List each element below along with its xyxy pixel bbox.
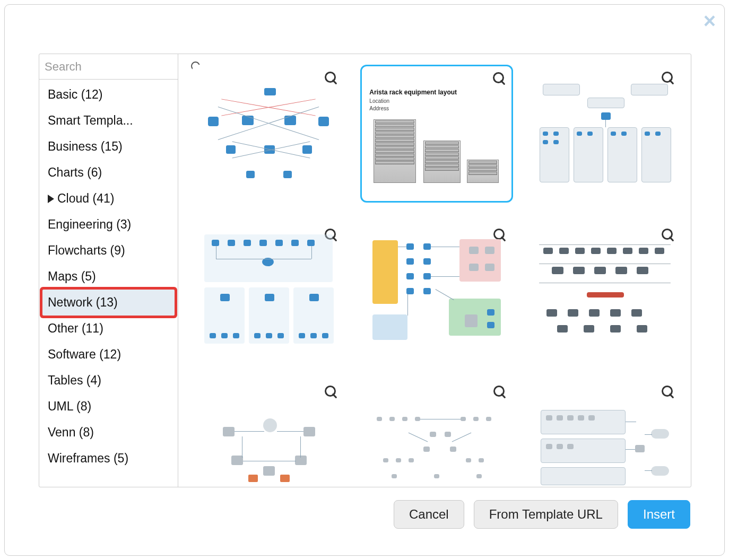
template-subtitle: Location [369,98,389,104]
dialog-footer: Cancel From Template URL Insert [394,500,690,529]
sidebar: Basic (12) Smart Templa... Business (15)… [39,54,178,487]
sidebar-item-basic[interactable]: Basic (12) [42,82,175,108]
sidebar-item-venn[interactable]: Venn (8) [42,419,175,445]
template-thumb [361,223,511,358]
sidebar-item-flowcharts[interactable]: Flowcharts (9) [42,238,175,264]
template-thumb [530,66,680,202]
dialog-body: Basic (12) Smart Templa... Business (15)… [39,54,691,487]
rack-graphic [374,119,416,183]
rack-graphic [423,141,461,183]
template-thumb [361,380,511,487]
sidebar-item-maps[interactable]: Maps (5) [42,264,175,290]
sidebar-item-tables[interactable]: Tables (4) [42,368,175,393]
template-card[interactable] [192,379,344,487]
from-template-url-button[interactable]: From Template URL [474,500,618,529]
sidebar-item-charts[interactable]: Charts (6) [42,160,175,186]
template-thumb [193,66,343,202]
expand-icon [48,195,54,203]
zoom-icon[interactable] [492,72,506,85]
template-thumb [193,380,343,487]
cancel-button[interactable]: Cancel [394,500,464,529]
rack-graphic [467,160,499,183]
sidebar-item-label: Cloud (41) [57,191,114,205]
template-card[interactable] [192,222,344,360]
template-picker-dialog: × Basic (12) Smart Templa... Business (1… [4,4,725,556]
template-thumb [193,223,343,358]
sidebar-item-wireframes[interactable]: Wireframes (5) [42,445,175,471]
insert-button[interactable]: Insert [628,500,690,529]
sidebar-item-uml[interactable]: UML (8) [42,393,175,419]
template-thumb [530,223,680,358]
sidebar-item-smart-templates[interactable]: Smart Templa... [42,108,175,134]
template-thumb [530,380,680,487]
template-card[interactable] [360,222,513,360]
template-card[interactable] [529,222,681,360]
template-title: Arista rack equipment layout [369,89,457,96]
template-card[interactable] [529,65,681,203]
close-icon[interactable]: × [704,10,716,31]
search-input[interactable] [45,60,190,74]
sidebar-item-business[interactable]: Business (15) [42,134,175,160]
template-card[interactable] [360,379,513,487]
template-gallery[interactable]: Arista rack equipment layout Location Ad… [178,54,691,487]
template-card[interactable] [529,379,681,487]
template-card[interactable]: Arista rack equipment layout Location Ad… [360,65,513,203]
sidebar-item-engineering[interactable]: Engineering (3) [42,212,175,238]
template-subtitle: Address [369,106,389,111]
sidebar-item-cloud[interactable]: Cloud (41) [42,186,175,212]
sidebar-item-other[interactable]: Other (11) [42,316,175,342]
category-list[interactable]: Basic (12) Smart Templa... Business (15)… [39,80,178,487]
template-card[interactable] [192,65,344,203]
sidebar-item-software[interactable]: Software (12) [42,342,175,368]
sidebar-item-network[interactable]: Network (13) [42,290,175,316]
search-wrap [39,54,178,80]
